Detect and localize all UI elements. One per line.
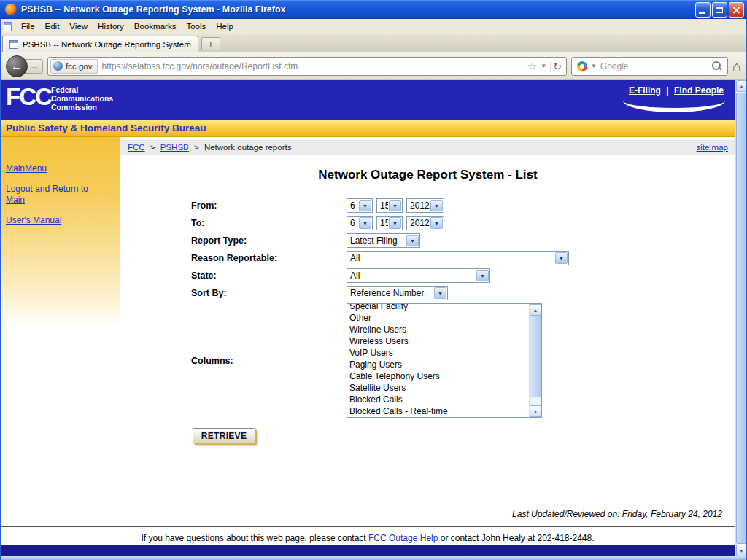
- footer-divider: [0, 526, 735, 527]
- scrollbar-thumb[interactable]: [530, 316, 541, 397]
- report-filter-form: From: 6 ▼ 15 ▼ 2012 ▼: [191, 198, 731, 443]
- menu-file[interactable]: File: [16, 20, 40, 32]
- minimize-button[interactable]: [695, 2, 711, 18]
- state-row: State: All ▼: [191, 268, 731, 283]
- url-text[interactable]: https://selafoss.fcc.gov/nors/outage/Rep…: [101, 61, 523, 71]
- identity-domain: fcc.gov: [66, 62, 92, 71]
- menu-bar: File Edit View History Bookmarks Tools H…: [0, 19, 747, 34]
- to-label: To:: [191, 218, 347, 228]
- to-row: To: 6 ▼ 15 ▼ 2012 ▼: [191, 216, 731, 230]
- tab-title: PSHSB -- Network Outage Reporting System: [23, 40, 191, 49]
- sort-by-value: Reference Number: [350, 288, 424, 298]
- list-item[interactable]: Cable Telephony Users: [349, 370, 529, 382]
- columns-listbox[interactable]: Special Facility Other Wireline Users Wi…: [347, 303, 542, 418]
- reason-reportable-select[interactable]: All ▼: [347, 251, 569, 265]
- footer-band: [0, 545, 735, 556]
- home-button[interactable]: ⌂: [732, 59, 741, 74]
- back-button[interactable]: ←: [6, 55, 28, 77]
- tab-favicon: [9, 40, 18, 49]
- page-content: FCC Federal Communications Commission E-…: [0, 80, 735, 556]
- list-item[interactable]: Satellite Users: [349, 382, 529, 394]
- list-item[interactable]: Wireless Users: [349, 335, 529, 347]
- reload-icon[interactable]: ↻: [550, 61, 562, 72]
- breadcrumb-link-pshsb[interactable]: PSHSB: [160, 143, 189, 152]
- scrollbar-track[interactable]: [530, 316, 541, 405]
- fcc-outage-help-link[interactable]: FCC Outage Help: [368, 533, 438, 543]
- from-day-select[interactable]: 15 ▼: [376, 198, 403, 213]
- window-titlebar: PSHSB -- Network Outage Reporting System…: [0, 0, 747, 19]
- from-month-select[interactable]: 6 ▼: [347, 198, 373, 213]
- from-year-value: 2012: [410, 201, 430, 211]
- sort-by-select[interactable]: Reference Number ▼: [347, 286, 448, 300]
- sidebar-item-users-manual[interactable]: User's Manual: [6, 215, 109, 226]
- history-dropdown-icon[interactable]: ▼: [541, 63, 546, 69]
- sidebar-item-logout[interactable]: Logout and Return to Main: [6, 184, 109, 206]
- from-year-select[interactable]: 2012 ▼: [406, 198, 444, 213]
- report-type-value: Latest Filing: [350, 236, 398, 246]
- menu-help[interactable]: Help: [211, 20, 239, 32]
- to-year-select[interactable]: 2012 ▼: [406, 216, 444, 230]
- new-tab-button[interactable]: +: [201, 37, 220, 50]
- search-input[interactable]: Google: [600, 61, 708, 71]
- sort-by-label: Sort By:: [191, 288, 347, 298]
- sidebar-item-mainmenu[interactable]: MainMenu: [6, 163, 109, 174]
- window-left-edge: [0, 19, 1, 560]
- site-map-link[interactable]: site map: [697, 143, 728, 152]
- search-magnifier-icon[interactable]: [712, 61, 722, 71]
- chevron-down-icon: ▼: [434, 287, 446, 299]
- list-item[interactable]: Paging Users: [349, 359, 529, 370]
- reason-reportable-row: Reason Reportable: All ▼: [191, 251, 731, 265]
- bureau-banner: Public Safety & Homeland Security Bureau: [0, 120, 735, 137]
- report-type-label: Report Type:: [191, 236, 347, 246]
- last-updated: Last Updated/Reviewed on: Friday, Februa…: [512, 509, 722, 519]
- state-select[interactable]: All ▼: [347, 268, 490, 283]
- from-label: From:: [191, 201, 347, 211]
- find-people-link[interactable]: Find People: [674, 85, 724, 96]
- menu-bookmarks[interactable]: Bookmarks: [129, 20, 182, 32]
- list-item[interactable]: Blocked Calls: [349, 394, 529, 405]
- forward-button[interactable]: →: [26, 59, 43, 74]
- menu-tools[interactable]: Tools: [181, 20, 211, 32]
- menu-view[interactable]: View: [64, 20, 93, 32]
- search-box[interactable]: ▼ Google: [571, 57, 728, 76]
- fcc-org-name: Federal Communications Commission: [51, 85, 113, 112]
- bookmark-star-icon[interactable]: ☆: [527, 60, 537, 73]
- menu-history[interactable]: History: [93, 20, 129, 32]
- tab-pshsb[interactable]: PSHSB -- Network Outage Reporting System: [2, 36, 198, 52]
- window-controls: [695, 2, 744, 18]
- org-line: Communications: [51, 94, 113, 103]
- fcc-logo: FCC: [6, 83, 51, 111]
- chevron-down-icon: ▼: [359, 200, 371, 211]
- footer-text-before: If you have questions about this web pag…: [141, 533, 365, 543]
- site-identity-button[interactable]: fcc.gov: [50, 59, 98, 74]
- address-bar[interactable]: fcc.gov https://selafoss.fcc.gov/nors/ou…: [47, 57, 567, 76]
- efiling-link[interactable]: E-Filing: [629, 85, 661, 96]
- list-item[interactable]: Special Facility: [349, 304, 529, 312]
- close-button[interactable]: [729, 2, 744, 18]
- scroll-down-button[interactable]: ▼: [530, 405, 541, 417]
- to-month-select[interactable]: 6 ▼: [347, 216, 373, 230]
- breadcrumb-current: Network outage reports: [204, 143, 292, 152]
- chevron-down-icon: ▼: [430, 200, 443, 211]
- scroll-up-button[interactable]: ▲: [530, 304, 541, 316]
- maximize-button[interactable]: [712, 2, 727, 18]
- org-line: Commission: [51, 103, 113, 112]
- listbox-scrollbar[interactable]: ▲ ▼: [529, 304, 541, 417]
- list-item[interactable]: Wireline Users: [349, 324, 529, 335]
- to-day-select[interactable]: 15 ▼: [376, 216, 403, 230]
- list-item[interactable]: Other: [349, 312, 529, 324]
- state-label: State:: [191, 271, 347, 281]
- menu-edit[interactable]: Edit: [40, 20, 65, 32]
- chevron-down-icon: ▼: [555, 252, 568, 264]
- list-item[interactable]: VoIP Users: [349, 347, 529, 359]
- chevron-down-icon: ▼: [389, 217, 401, 229]
- navigation-toolbar: ← → fcc.gov https://selafoss.fcc.gov/nor…: [0, 52, 747, 80]
- search-engine-dropdown-icon[interactable]: ▼: [591, 63, 597, 69]
- header-link-separator: |: [666, 85, 668, 96]
- breadcrumb-link-fcc[interactable]: FCC: [128, 143, 145, 152]
- retrieve-button[interactable]: RETRIEVE: [193, 428, 255, 443]
- list-item[interactable]: Blocked Calls - Real-time: [349, 405, 529, 417]
- report-type-select[interactable]: Latest Filing ▼: [347, 233, 420, 248]
- firefox-window: PSHSB -- Network Outage Reporting System…: [0, 0, 747, 560]
- chevron-down-icon: ▼: [430, 217, 443, 229]
